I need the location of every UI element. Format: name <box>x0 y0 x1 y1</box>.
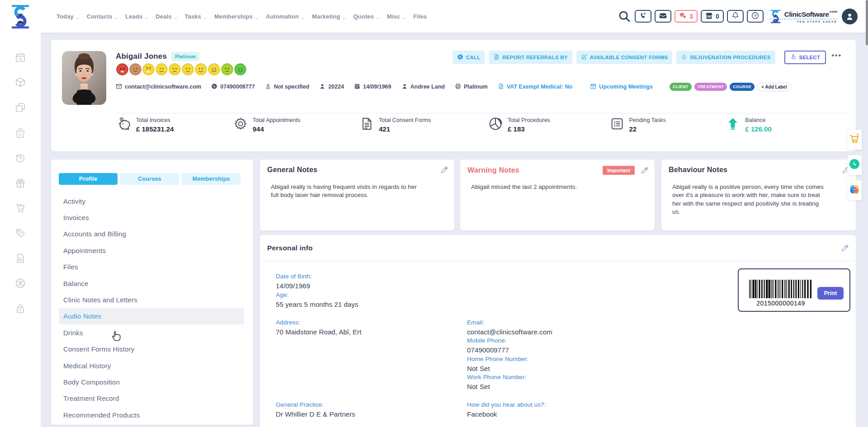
brand-logo[interactable]: ClinicSoftware.com TEN STEPS AHEAD <box>769 9 837 23</box>
menu-item-files[interactable]: Files <box>59 259 244 275</box>
nav-item-label: Tasks <box>185 13 201 20</box>
calendar-icon[interactable]: 12 <box>0 45 41 70</box>
nav-item-contacts[interactable]: Contacts <box>87 13 118 20</box>
shop-float-button[interactable] <box>847 130 862 150</box>
bell-button[interactable] <box>727 10 744 23</box>
edit-pencil-icon[interactable] <box>641 167 648 174</box>
tab-memberships[interactable]: Memberships <box>182 173 241 185</box>
scrollbar-thumb[interactable] <box>866 0 868 45</box>
nav-item-quotes[interactable]: Quotes <box>353 13 379 20</box>
mood-8-emoji-icon[interactable] <box>208 63 220 75</box>
burst-icon <box>233 117 248 133</box>
menu-item-audio-notes[interactable]: Audio Notes <box>59 308 244 324</box>
chat-button[interactable]: 3 <box>675 10 698 23</box>
nav-item-deals[interactable]: Deals <box>156 13 177 20</box>
store-icon <box>705 12 713 21</box>
client-photo[interactable] <box>62 51 106 105</box>
lock-icon[interactable] <box>0 296 41 321</box>
menu-item-accounts-and-billing[interactable]: Accounts and Billing <box>59 226 244 242</box>
field-label: General Practice: <box>276 401 355 408</box>
menu-item-treatment-record[interactable]: Treatment Record <box>59 390 244 407</box>
nav-item-memberships[interactable]: Memberships <box>214 13 259 20</box>
client-link-1[interactable]: 17Upcoming Meetings <box>590 83 653 91</box>
doc-edit-icon <box>581 54 587 61</box>
nav-item-tasks[interactable]: Tasks <box>185 13 207 20</box>
menu-item-drinks[interactable]: Drinks <box>59 324 244 341</box>
nav-item-today[interactable]: Today <box>57 13 80 20</box>
nav-item-label: Quotes <box>353 13 373 20</box>
mood-1-emoji-icon[interactable] <box>116 63 128 75</box>
label-pill-course[interactable]: COURSE <box>730 83 755 91</box>
tab-courses[interactable]: Courses <box>120 173 179 185</box>
client-link-0[interactable]: VAT Exempt Medical: No <box>498 83 572 91</box>
mood-2-emoji-icon[interactable] <box>129 63 142 75</box>
mood-5-emoji-icon[interactable] <box>169 63 181 75</box>
more-options-button[interactable]: ••• <box>831 53 842 61</box>
nav-item-marketing[interactable]: Marketing <box>312 13 346 20</box>
cube-icon[interactable] <box>0 70 41 95</box>
chevron-down-icon <box>255 15 259 19</box>
field-label: Address: <box>276 319 361 326</box>
mood-6-emoji-icon[interactable] <box>182 63 194 75</box>
tag-icon[interactable] <box>0 221 41 246</box>
menu-item-clinic-notes-and-letters[interactable]: Clinic Notes and Letters <box>59 291 244 308</box>
report-icon[interactable] <box>0 246 41 271</box>
edit-pencil-icon[interactable] <box>841 244 849 252</box>
nav-item-misc[interactable]: Misc <box>387 13 406 20</box>
mood-3-emoji-icon[interactable] <box>142 63 155 75</box>
history-icon[interactable] <box>0 145 41 170</box>
menu-item-medical-history[interactable]: Medical History <box>59 357 244 374</box>
available-consent-forms-button[interactable]: AVAILABLE CONSENT FORMS <box>576 51 673 64</box>
menu-item-recommended-products[interactable]: Recommended Products <box>59 407 244 423</box>
report-referrals-by-button[interactable]: REPORT REFERRALS BY <box>489 51 572 64</box>
field-label: Email: <box>467 319 552 326</box>
inbox-button[interactable] <box>655 10 671 23</box>
print-button[interactable]: Print <box>817 287 844 300</box>
cart-icon[interactable] <box>0 196 41 221</box>
sidebar-nav: 12 <box>0 45 41 321</box>
client-info-text: Not specified <box>274 84 310 90</box>
nav-item-files[interactable]: Files <box>413 13 427 20</box>
call-icon <box>457 54 463 61</box>
ai-float-button[interactable]: AI <box>847 180 862 200</box>
mood-9-emoji-icon[interactable] <box>221 63 233 75</box>
help-button[interactable]: ? <box>747 10 764 23</box>
phone-button[interactable] <box>635 10 651 23</box>
field-value: Not Set <box>467 383 526 390</box>
badge-count: 3 <box>689 13 693 20</box>
call-button[interactable]: CALL <box>453 51 485 64</box>
support-icon[interactable] <box>0 271 41 296</box>
label-pill-client[interactable]: CLIENT <box>670 83 692 91</box>
page-scrollbar[interactable] <box>866 0 868 427</box>
menu-item-consent-forms-history[interactable]: Consent Forms History <box>59 341 244 357</box>
mood-7-emoji-icon[interactable] <box>195 63 207 75</box>
stats-row: Total Invoices£ 185231.24Total Appointme… <box>117 117 842 133</box>
label-pill-treatment[interactable]: TREATMENT <box>694 83 727 91</box>
whatsapp-float-button[interactable] <box>847 155 862 175</box>
menu-item-body-composition[interactable]: Body Composition <box>59 374 244 390</box>
search-icon[interactable] <box>618 9 631 23</box>
edit-pencil-icon[interactable] <box>441 166 448 174</box>
add-label-button[interactable]: + Add Label <box>757 83 791 91</box>
copy-icon[interactable] <box>0 95 41 120</box>
mood-10-emoji-icon[interactable] <box>234 63 246 75</box>
gift-icon[interactable] <box>0 170 41 196</box>
mood-4-emoji-icon[interactable] <box>156 63 168 75</box>
bag-icon[interactable] <box>0 120 41 145</box>
nav-item-automation[interactable]: Automation <box>266 13 305 20</box>
menu-item-balance[interactable]: Balance <box>59 275 244 291</box>
store-button[interactable]: 0 <box>701 10 724 23</box>
menu-item-invoices[interactable]: Invoices <box>59 209 244 225</box>
select-button[interactable]: SELECT <box>784 51 826 64</box>
client-person-info: 20224 <box>319 83 344 91</box>
user-avatar[interactable] <box>842 9 858 24</box>
rejuvenation-procedures-button[interactable]: REJUVENATION PROCEDURES <box>676 51 775 64</box>
menu-item-appointments[interactable]: Appointments <box>59 242 244 258</box>
cart-gold-icon <box>849 133 860 146</box>
nav-item-leads[interactable]: Leads <box>125 13 148 20</box>
tab-profile[interactable]: Profile <box>59 173 118 185</box>
app-logo-icon[interactable] <box>9 5 31 28</box>
menu-item-activity[interactable]: Activity <box>59 193 244 209</box>
calendar-solid-icon <box>354 83 360 91</box>
pie-icon <box>488 117 503 133</box>
